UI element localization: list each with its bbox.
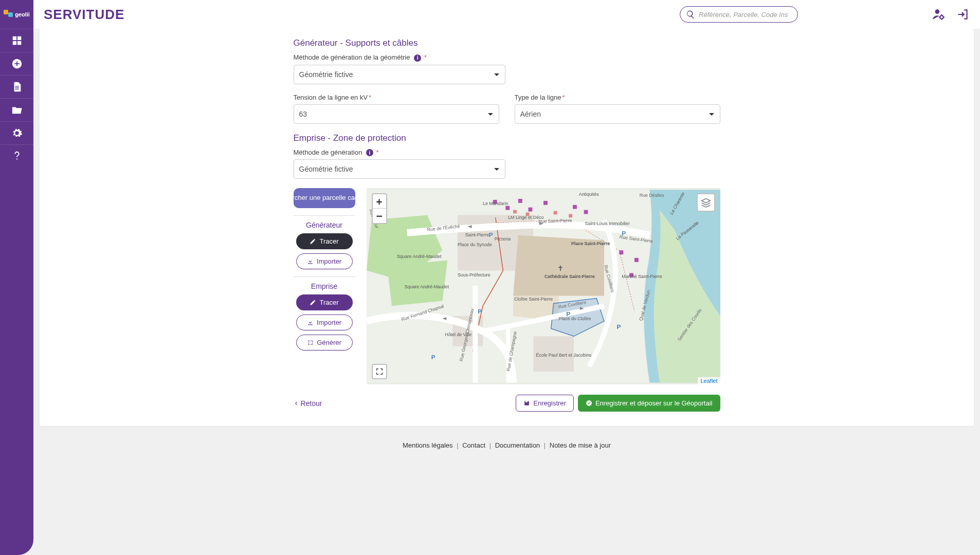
select-gen-method2[interactable]: Géométrie fictive bbox=[294, 159, 505, 179]
page-title: SERVITUDE bbox=[44, 7, 124, 23]
section-title-emprise: Emprise - Zone de protection bbox=[294, 133, 720, 143]
sidebar-item-document[interactable] bbox=[0, 75, 33, 98]
svg-text:Marché Saint-Pierre: Marché Saint-Pierre bbox=[622, 274, 662, 279]
svg-text:P: P bbox=[431, 354, 435, 360]
footer-doc[interactable]: Documentation bbox=[495, 441, 540, 449]
emprise-trace-button[interactable]: Tracer bbox=[296, 294, 353, 310]
svg-text:Sous-Préfecture: Sous-Préfecture bbox=[457, 272, 490, 278]
brand-logo: geolii bbox=[0, 0, 33, 29]
map-zoom-control: + − bbox=[372, 193, 387, 224]
map-canvas[interactable]: PPP PPP ✝ Rue de l'Évêché Rue Saint-Pier… bbox=[367, 188, 720, 384]
select-tension[interactable]: 63 bbox=[294, 104, 499, 124]
svg-point-1 bbox=[935, 9, 940, 14]
generator-trace-button[interactable]: Tracer bbox=[296, 233, 353, 249]
svg-rect-21 bbox=[573, 205, 577, 209]
tool-label-generator: Générateur bbox=[306, 221, 342, 229]
svg-text:Square André-Maudet: Square André-Maudet bbox=[396, 254, 441, 259]
question-icon bbox=[11, 151, 23, 162]
map-tools: Rechercher une parcelle cadastrale Génér… bbox=[294, 188, 355, 384]
header: SERVITUDE bbox=[33, 0, 980, 29]
svg-text:Le Mandarin: Le Mandarin bbox=[483, 201, 508, 206]
search-input[interactable] bbox=[680, 6, 798, 23]
folder-open-icon bbox=[11, 104, 23, 116]
brand-text: geolii bbox=[15, 11, 30, 17]
download-icon bbox=[307, 258, 314, 265]
select-geom-method[interactable]: Géométrie fictive bbox=[294, 65, 505, 84]
svg-text:Pizzeria: Pizzeria bbox=[494, 236, 510, 242]
required-marker: * bbox=[424, 53, 427, 61]
svg-rect-24 bbox=[634, 258, 638, 262]
grid-icon bbox=[11, 35, 23, 46]
zoom-in-button[interactable]: + bbox=[373, 194, 386, 209]
map-svg: PPP PPP ✝ Rue de l'Évêché Rue Saint-Pier… bbox=[367, 188, 720, 384]
svg-text:P: P bbox=[478, 308, 482, 314]
user-settings-icon[interactable] bbox=[932, 8, 945, 21]
footer-contact[interactable]: Contact bbox=[462, 441, 485, 449]
svg-point-2 bbox=[940, 15, 943, 18]
check-circle-icon bbox=[586, 400, 592, 406]
svg-text:Square André-Maudet: Square André-Maudet bbox=[404, 284, 449, 289]
info-icon[interactable]: i bbox=[366, 149, 373, 156]
emprise-generate-button[interactable]: Générer bbox=[296, 335, 353, 350]
svg-text:Cloître Saint-Pierre: Cloître Saint-Pierre bbox=[514, 297, 552, 302]
svg-text:Hôtel de Ville: Hôtel de Ville bbox=[445, 332, 471, 337]
fullscreen-icon bbox=[375, 367, 384, 376]
global-search bbox=[680, 6, 798, 23]
download-icon bbox=[307, 319, 314, 326]
layers-icon bbox=[701, 197, 711, 208]
save-button[interactable]: Enregistrer bbox=[516, 395, 574, 412]
edit-icon bbox=[310, 238, 316, 245]
svg-rect-18 bbox=[518, 199, 522, 203]
logout-icon[interactable] bbox=[956, 8, 970, 21]
svg-rect-29 bbox=[569, 214, 572, 217]
svg-text:Antiquités: Antiquités bbox=[578, 192, 598, 197]
map-layers-button[interactable] bbox=[697, 193, 715, 212]
chevron-left-icon bbox=[294, 401, 299, 406]
svg-rect-26 bbox=[513, 210, 517, 214]
polygon-icon bbox=[307, 339, 314, 346]
map-attribution[interactable]: Leaflet bbox=[698, 377, 720, 384]
label-line-type: Type de la ligne* bbox=[515, 94, 720, 101]
gear-icon bbox=[11, 127, 23, 139]
svg-rect-23 bbox=[619, 250, 623, 254]
svg-rect-28 bbox=[553, 211, 557, 215]
svg-text:Saint-Pierre: Saint-Pierre bbox=[465, 232, 489, 237]
svg-rect-17 bbox=[505, 206, 510, 210]
sidebar-item-settings[interactable] bbox=[0, 121, 33, 144]
label-gen-method2: Méthode de génération i * bbox=[294, 149, 720, 157]
svg-text:Saint-Louis Immobilier: Saint-Louis Immobilier bbox=[585, 221, 629, 226]
sidebar: geolii bbox=[0, 0, 33, 555]
sidebar-item-add[interactable] bbox=[0, 52, 33, 75]
svg-text:Place du Cloître: Place du Cloître bbox=[558, 316, 591, 321]
footer: Mentions légales | Contact | Documentati… bbox=[33, 432, 980, 453]
form-card: Générateur - Supports et câbles Méthode … bbox=[40, 29, 974, 426]
svg-text:LM Linge et Déco: LM Linge et Déco bbox=[508, 215, 543, 220]
map-fullscreen-button[interactable] bbox=[372, 364, 387, 379]
logo-icon bbox=[4, 10, 13, 19]
footer-notes[interactable]: Notes de mise à jour bbox=[550, 441, 611, 449]
emprise-import-button[interactable]: Importer bbox=[296, 314, 353, 330]
svg-rect-19 bbox=[528, 208, 532, 212]
save-deposit-button[interactable]: Enregistrer et déposer sur le Géoportail bbox=[578, 395, 720, 412]
search-parcel-button[interactable]: Rechercher une parcelle cadastrale bbox=[294, 188, 355, 208]
back-link[interactable]: Retour bbox=[294, 399, 322, 408]
info-icon[interactable]: i bbox=[414, 54, 421, 62]
svg-text:Rue Désiles: Rue Désiles bbox=[639, 193, 664, 198]
sidebar-item-help[interactable] bbox=[0, 144, 33, 168]
zoom-out-button[interactable]: − bbox=[373, 209, 386, 223]
save-icon bbox=[523, 400, 530, 406]
svg-text:École Paul Bert et Jacobins: École Paul Bert et Jacobins bbox=[536, 353, 592, 358]
svg-text:Cathédrale Saint-Pierre: Cathédrale Saint-Pierre bbox=[544, 274, 594, 279]
svg-text:P: P bbox=[488, 231, 493, 238]
svg-rect-22 bbox=[584, 210, 588, 214]
sidebar-item-folder[interactable] bbox=[0, 98, 33, 121]
generator-import-button[interactable]: Importer bbox=[296, 253, 353, 269]
sidebar-item-dashboard[interactable] bbox=[0, 29, 33, 52]
svg-text:Place Saint-Pierre: Place Saint-Pierre bbox=[571, 241, 610, 246]
svg-text:Place du Synode: Place du Synode bbox=[457, 242, 492, 247]
section-title-generator: Générateur - Supports et câbles bbox=[294, 38, 720, 48]
svg-text:✝: ✝ bbox=[557, 265, 563, 272]
footer-legal[interactable]: Mentions légales bbox=[403, 441, 453, 449]
select-line-type[interactable]: Aérien bbox=[515, 104, 720, 124]
label-tension: Tension de la ligne en kV* bbox=[294, 94, 499, 101]
